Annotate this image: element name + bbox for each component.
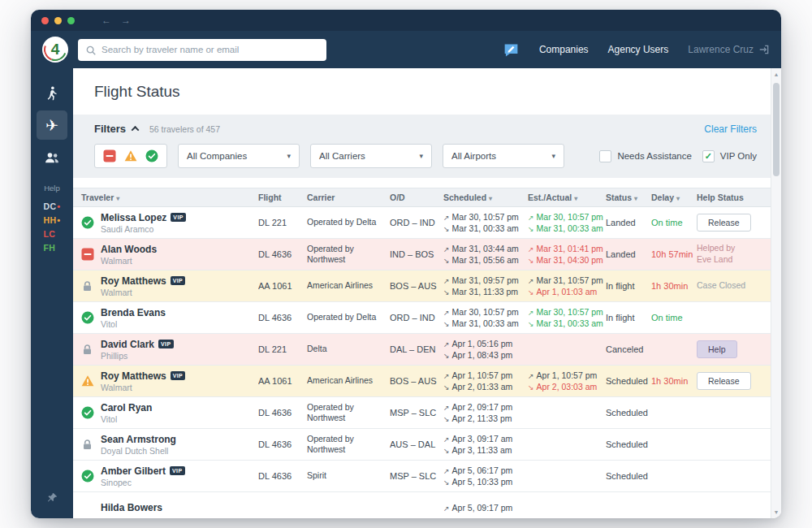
carrier: Delta	[307, 344, 390, 354]
traveler-name[interactable]: Amber GilbertVIP	[101, 465, 185, 477]
pin-icon[interactable]	[46, 491, 58, 507]
sidebar-shortcuts: DC•HH•LCFH	[44, 197, 61, 257]
help-button[interactable]: Help	[697, 340, 737, 358]
forward-button[interactable]: →	[121, 15, 131, 26]
lock-icon	[81, 280, 94, 292]
scroll-down-arrow[interactable]: ▼	[771, 509, 781, 515]
scroll-up-arrow[interactable]: ▲	[771, 71, 781, 77]
carrier: Operated by Delta	[307, 312, 390, 322]
sort-caret-icon: ▾	[634, 195, 637, 202]
table-row[interactable]: David ClarkVIPPhillipsDL 221DeltaDAL – D…	[73, 334, 781, 366]
sidebar-shortcut-lc[interactable]: LC	[44, 229, 61, 239]
traveler-name[interactable]: Sean Armstrong	[101, 434, 176, 445]
filters-panel: Filters 56 travelers of 457 Clear Filter…	[73, 115, 781, 178]
carrier: Operated by Northwest	[307, 402, 390, 423]
table-row[interactable]: Brenda EvansVitolDL 4636Operated by Delt…	[73, 302, 781, 334]
search-input[interactable]	[78, 39, 326, 61]
departure-arrow-icon: ↗	[528, 308, 534, 318]
nav-agency-users[interactable]: Agency Users	[608, 44, 669, 55]
warning-filter-icon[interactable]	[124, 149, 137, 162]
sort-caret-icon: ▾	[116, 195, 119, 202]
table-row[interactable]: Amber GilbertVIPSinopecDL 4636SpiritMSP …	[73, 461, 781, 492]
sidebar-shortcut-fh[interactable]: FH	[44, 243, 61, 253]
table-row[interactable]: Melissa LopezVIPSaudi AramcoDL 221Operat…	[73, 207, 781, 239]
window-zoom-button[interactable]	[67, 17, 75, 24]
arrival-arrow-icon: ↘	[528, 256, 534, 266]
vip-badge: VIP	[158, 340, 173, 348]
companies-dropdown[interactable]: All Companies▾	[178, 144, 300, 168]
flight-number: DL 4636	[258, 249, 307, 259]
clear-filters-link[interactable]: Clear Filters	[704, 123, 757, 135]
nav-companies[interactable]: Companies	[539, 44, 589, 55]
traveler-name[interactable]: Alan Woods	[101, 244, 157, 255]
flight-status: Landed	[606, 218, 651, 227]
traveler-company: Vitol	[101, 319, 166, 329]
flight-number: DL 4636	[258, 408, 307, 418]
table-row[interactable]: Alan WoodsWalmartDL 4636Operated by Nort…	[73, 239, 781, 270]
do-not-disturb-filter-icon[interactable]	[103, 149, 116, 162]
traveler-name[interactable]: Hilda Bowers	[101, 502, 162, 513]
filters-summary: 56 travelers of 457	[149, 124, 220, 134]
origin-destination: MSP – SLC	[390, 408, 443, 418]
column-header-traveler[interactable]: Traveler▾	[81, 193, 258, 202]
flight-status: Canceled	[606, 344, 651, 354]
back-button[interactable]: ←	[102, 15, 111, 26]
arrival-arrow-icon: ↘	[443, 383, 450, 392]
table-row[interactable]: Hilda Bowers↗Apr 5, 09:17 pm	[73, 492, 781, 518]
departure-arrow-icon: ↗	[443, 213, 450, 223]
search-box	[78, 39, 326, 61]
user-menu[interactable]: Lawrence Cruz	[688, 44, 770, 55]
estimated-times: ↗Mar 31, 10:57 pm↘Apr 1, 01:03 am	[528, 275, 606, 297]
sidebar-shortcut-hh[interactable]: HH•	[44, 215, 61, 225]
table-row[interactable]: Roy MatthewsVIPWalmartAA 1061American Ai…	[73, 366, 781, 397]
filters-toggle[interactable]: Filters	[94, 123, 138, 135]
app-logo-text: 4	[51, 41, 60, 58]
needs-assistance-checkbox[interactable]: Needs Assistance	[599, 150, 691, 162]
airports-dropdown[interactable]: All Airports▾	[443, 144, 564, 168]
carriers-dropdown[interactable]: All Carriers▾	[310, 144, 432, 168]
carrier: Operated by Northwest	[307, 434, 390, 455]
vip-badge: VIP	[171, 276, 185, 285]
column-header-est-actual[interactable]: Est./Actual▾	[528, 193, 606, 202]
sidebar-item-agency-users[interactable]	[37, 143, 67, 172]
traveler-name[interactable]: Carol Ryan	[101, 402, 152, 413]
departure-arrow-icon: ↗	[443, 276, 450, 286]
column-header-scheduled[interactable]: Scheduled▾	[443, 193, 528, 202]
traveler-name[interactable]: David ClarkVIP	[101, 339, 174, 350]
release-button[interactable]: Release	[697, 372, 751, 390]
sidebar-shortcut-dc[interactable]: DC•	[44, 201, 61, 211]
scheduled-times: ↗Mar 30, 10:57 pm↘Mar 31, 00:33 am	[443, 306, 528, 329]
scrollbar-thumb[interactable]	[773, 83, 780, 176]
flight-status: In flight	[606, 281, 651, 291]
carrier: Spirit	[307, 470, 390, 481]
sidebar-item-travelers[interactable]	[37, 78, 67, 107]
scheduled-times: ↗Mar 31, 03:44 am↘Mar 31, 05:56 am	[443, 243, 528, 266]
sidebar-item-flights[interactable]: ✈	[37, 110, 67, 140]
scheduled-times: ↗Apr 5, 09:17 pm	[443, 502, 528, 513]
table-row[interactable]: Sean ArmstrongDoyal Dutch ShellDL 4636Op…	[73, 429, 781, 461]
release-button[interactable]: Release	[697, 214, 751, 232]
column-header-delay[interactable]: Delay▾	[651, 193, 697, 202]
table-row[interactable]: Carol RyanVitolDL 4636Operated by Northw…	[73, 397, 781, 429]
window-minimize-button[interactable]	[54, 17, 62, 24]
traveler-name[interactable]: Roy MatthewsVIP	[101, 275, 185, 287]
checkbox-label: VIP Only	[720, 151, 757, 161]
chat-icon[interactable]	[503, 41, 520, 58]
table-row[interactable]: Roy MatthewsVIPWalmartAA 1061American Ai…	[73, 270, 781, 302]
lock-icon	[81, 344, 94, 356]
scheduled-times: ↗Mar 30, 10:57 pm↘Mar 31, 00:33 am	[443, 211, 528, 234]
traveler-name[interactable]: Melissa LopezVIP	[101, 212, 186, 223]
departure-arrow-icon: ↗	[528, 276, 534, 286]
ok-filter-icon[interactable]	[145, 149, 158, 162]
flight-number: DL 4636	[258, 439, 307, 449]
carrier: American Airlines	[307, 280, 390, 291]
window-titlebar: ← →	[31, 10, 781, 31]
app-logo[interactable]: 4	[42, 37, 68, 63]
traveler-name[interactable]: Brenda Evans	[101, 307, 166, 318]
vip-only-checkbox[interactable]: ✓ VIP Only	[702, 150, 757, 162]
column-header-status[interactable]: Status▾	[606, 193, 651, 202]
vertical-scrollbar[interactable]: ▲ ▼	[771, 68, 781, 518]
traveler-name[interactable]: Roy MatthewsVIP	[101, 370, 185, 382]
window-close-button[interactable]	[41, 17, 49, 24]
traveler-company: Walmart	[101, 288, 185, 297]
